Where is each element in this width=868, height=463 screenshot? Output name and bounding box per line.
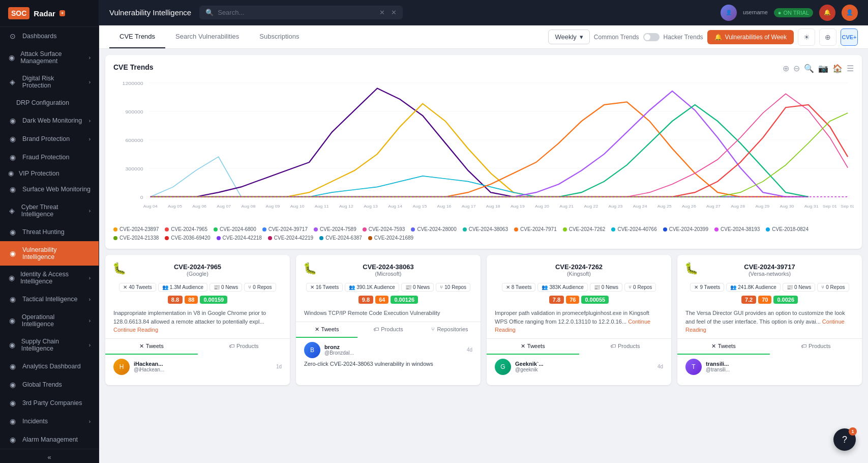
card-tabs: ✕ Tweets 🏷 Products: [677, 338, 862, 355]
tab-cve-trends[interactable]: CVE Trends: [109, 25, 165, 48]
zoom-icon[interactable]: 🔍: [804, 64, 814, 73]
audience-badge: 👥 241.8K Audience: [726, 283, 781, 292]
card-tab-tweets[interactable]: ✕ Tweets: [296, 322, 357, 338]
sidebar-item-threat-hunting[interactable]: ◉ Threat Hunting: [0, 223, 99, 241]
legend-label: CVE-2024-6800: [220, 226, 256, 232]
cve-card-header: CVE-2024-39717 (Versa-networks): [685, 263, 854, 277]
sidebar-item-dark-web[interactable]: ◉ Dark Web Monitoring ›: [0, 111, 99, 130]
tab-search-vulnerabilities[interactable]: Search Vulnerabilities: [165, 25, 249, 48]
search-bar[interactable]: 🔍 ✕ ✕: [199, 6, 403, 19]
camera-icon[interactable]: 📷: [818, 64, 828, 73]
legend-item[interactable]: CVE-2024-42218: [217, 235, 262, 241]
legend-dot: [663, 227, 667, 232]
legend-item[interactable]: CVE-2024-28000: [411, 226, 456, 232]
zoom-out-icon[interactable]: ⊖: [793, 64, 800, 73]
chart-header: CVE Trends ⊕ ⊖ 🔍 📷 🏠 ☰: [113, 63, 854, 77]
sidebar-item-vulnerability-intel[interactable]: ◉ Vulnerability Intelligence: [0, 241, 99, 266]
legend-item[interactable]: CVE-2024-23897: [113, 226, 159, 232]
sidebar-item-label: Vulnerability Intelligence: [22, 246, 91, 261]
cve-vendor: (Microsoft): [304, 271, 472, 277]
analytics-icon: ◉: [8, 362, 17, 370]
legend-item[interactable]: CVE-2024-38193: [714, 226, 760, 232]
sidebar-item-incidents[interactable]: ◉ Incidents ›: [0, 412, 99, 430]
legend-item[interactable]: CVE-2024-39717: [262, 226, 308, 232]
sidebar-item-attack-surface[interactable]: ◉ Attack Surface Management ›: [0, 45, 99, 70]
svg-text:Aug 21: Aug 21: [559, 204, 574, 209]
sidebar-item-supply-chain[interactable]: ◉ Supply Chain Intelligence ›: [0, 333, 99, 357]
card-tab-tweets[interactable]: ✕ Tweets: [487, 339, 579, 355]
svg-text:Aug 22: Aug 22: [584, 204, 598, 209]
cve-card-7262: 🕷 CVE-2024-7262 (Kingsoft) ✕ 8 Tweets 👥 …: [487, 255, 671, 385]
tab-subscriptions[interactable]: Subscriptions: [249, 25, 309, 48]
sidebar-item-vip-protection[interactable]: ◉ VIP Protection: [0, 166, 99, 180]
legend-item[interactable]: CVE-2018-0824: [766, 226, 809, 232]
legend-item[interactable]: CVE-2024-42219: [268, 235, 313, 241]
sidebar-item-label: Brand Protection: [22, 135, 70, 142]
sidebar-item-tactical-intel[interactable]: ◉ Tactical Intelligence ›: [0, 290, 99, 308]
notification-avatar[interactable]: 🔔: [819, 5, 835, 21]
card-tab-products[interactable]: 🏷 Products: [357, 322, 419, 338]
sidebar-item-identity-access[interactable]: ◉ Identity & Access Intelligence ›: [0, 266, 99, 290]
legend-item[interactable]: CVE-2024-7589: [314, 226, 356, 232]
svg-text:900000: 900000: [125, 109, 143, 114]
sidebar-collapse-button[interactable]: «: [0, 449, 99, 463]
sidebar-item-global-trends[interactable]: ◉ Global Trends: [0, 375, 99, 394]
card-tab-products[interactable]: 🏷 Products: [198, 339, 290, 355]
sidebar-item-brand-protection[interactable]: ◉ Brand Protection ›: [0, 130, 99, 148]
svg-text:Aug 20: Aug 20: [535, 204, 549, 209]
sidebar-item-fraud-protection[interactable]: ◉ Fraud Protection: [0, 148, 99, 166]
search-clear-icon[interactable]: ✕: [379, 9, 385, 16]
epss-score: 88: [185, 296, 198, 304]
card-tab-tweets[interactable]: ✕ Tweets: [677, 339, 770, 355]
legend-item[interactable]: CVE-2024-21338: [113, 235, 159, 241]
cvss-score: 7.2: [741, 296, 756, 304]
legend-item[interactable]: CVE-2024-6387: [319, 235, 362, 241]
legend-item[interactable]: CVE-2024-7262: [563, 226, 606, 232]
third-party-icon: ◉: [8, 399, 17, 407]
legend-label: CVE-2036-69420: [171, 235, 210, 241]
user-avatar[interactable]: 👤: [842, 5, 858, 21]
legend-item[interactable]: CVE-2024-38063: [463, 226, 508, 232]
card-tab-tweets[interactable]: ✕ Tweets: [105, 339, 198, 355]
svg-text:Sep 01: Sep 01: [823, 204, 837, 209]
zoom-in-icon[interactable]: ⊕: [783, 64, 789, 73]
home-icon[interactable]: 🏠: [832, 64, 843, 73]
search-input[interactable]: [218, 9, 375, 16]
sidebar-item-surface-web[interactable]: ◉ Surface Web Monitoring: [0, 180, 99, 198]
sidebar-item-alarm-mgmt[interactable]: ◉ Alarm Management: [0, 430, 99, 449]
legend-label: CVE-2024-7589: [320, 226, 356, 232]
sidebar-item-digital-risk[interactable]: ◈ Digital Risk Protection ›: [0, 70, 99, 94]
sidebar-item-dashboards[interactable]: ⊙ Dashboards: [0, 27, 99, 45]
legend-item[interactable]: CVE-2024-20399: [663, 226, 708, 232]
legend-item[interactable]: CVE-2024-21689: [368, 235, 413, 241]
trends-toggle[interactable]: [643, 33, 660, 41]
legend-item[interactable]: CVE-2024-7965: [165, 226, 207, 232]
tweets-badge: ✕ 8 Tweets: [502, 283, 536, 292]
vulnerabilities-of-week-button[interactable]: 🔔 Vulnerabilities of Week: [707, 30, 794, 44]
card-tab-products[interactable]: 🏷 Products: [579, 339, 672, 355]
tactical-icon: ◉: [8, 295, 17, 303]
legend-item[interactable]: CVE-2036-69420: [165, 235, 210, 241]
legend-item[interactable]: CVE-2024-40766: [611, 226, 656, 232]
legend-item[interactable]: CVE-2024-7971: [514, 226, 557, 232]
sidebar-item-operational-intel[interactable]: ◉ Operational Intelligence ›: [0, 308, 99, 333]
cve-plus-button[interactable]: CVE+: [841, 28, 858, 46]
dashboard-icon: ⊙: [8, 32, 17, 40]
vip-icon: ◉: [8, 169, 14, 177]
menu-icon[interactable]: ☰: [847, 64, 854, 73]
sidebar-item-third-party[interactable]: ◉ 3rd Party Companies: [0, 394, 99, 412]
sidebar-item-drp-config[interactable]: DRP Configuration: [0, 94, 99, 111]
legend-item[interactable]: CVE-2024-6800: [214, 226, 256, 232]
sidebar-item-analytics[interactable]: ◉ Analytics Dashboard: [0, 357, 99, 375]
card-tab-products[interactable]: 🏷 Products: [770, 339, 862, 355]
sun-button[interactable]: ☀: [798, 28, 815, 46]
card-tab-repositories[interactable]: ⑂ Repositories: [419, 322, 481, 338]
sidebar-item-cyber-threat[interactable]: ◈ Cyber Threat Intelligence ›: [0, 198, 99, 223]
plus-circle-button[interactable]: ⊕: [819, 28, 836, 46]
search-close-icon[interactable]: ✕: [391, 9, 397, 16]
weekly-dropdown[interactable]: Weekly ▾: [548, 30, 589, 44]
continue-reading-link[interactable]: Continue Reading: [113, 327, 158, 333]
help-button[interactable]: ? 1: [833, 428, 856, 451]
legend-item[interactable]: CVE-2024-7593: [363, 226, 405, 232]
tweet-handle: @Bronzdal...: [324, 350, 354, 356]
